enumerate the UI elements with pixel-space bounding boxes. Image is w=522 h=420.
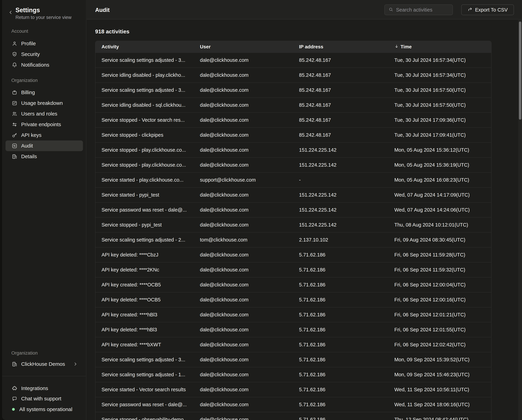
- main-content: Audit Export To CSV 918 activities Activ…: [87, 0, 522, 420]
- cell-user: dale@clickhouse.com: [194, 147, 293, 153]
- cell-ip: 85.242.48.167: [293, 57, 388, 63]
- sidebar-nav-item[interactable]: Details: [6, 151, 83, 162]
- table-row: Service scaling settings adjusted - 3...…: [95, 53, 491, 68]
- table-row: API key deleted: ****hBl3 dale@clickhous…: [95, 322, 491, 337]
- column-header-ip[interactable]: IP address: [293, 44, 388, 50]
- table-row: Service idling disabled - sql.clickhou..…: [95, 97, 491, 112]
- footer-links-group: Integrations Chat with support: [2, 383, 86, 404]
- cell-activity: Service stopped - Vector search res...: [95, 117, 194, 123]
- audit-icon: [12, 143, 17, 149]
- sidebar-item-label: Usage breakdown: [21, 100, 63, 106]
- org-name: ClickHouse Demos: [21, 361, 65, 367]
- puzzle-icon: [12, 386, 17, 391]
- sidebar-nav-item[interactable]: Notifications: [6, 60, 83, 70]
- sidebar-nav-item[interactable]: Security: [6, 49, 83, 60]
- scrollbar-thumb[interactable]: [519, 22, 521, 120]
- cell-activity: Service stopped - play.clickhouse.co...: [95, 147, 194, 153]
- column-header-activity[interactable]: Activity: [95, 44, 194, 50]
- search-box[interactable]: [384, 4, 453, 15]
- system-status[interactable]: All systems operational: [2, 404, 86, 414]
- cell-activity: Service password was reset - dale@...: [95, 207, 194, 213]
- cell-activity: Service started - play.clickhouse.co...: [95, 177, 194, 183]
- table-row: Service stopped - observability-demo dal…: [95, 412, 491, 420]
- table-row: Service scaling settings adjusted - 3...…: [95, 352, 491, 367]
- table-row: API key created: ****hBl3 dale@clickhous…: [95, 307, 491, 322]
- table-row: Service idling disabled - play.clickho..…: [95, 68, 491, 82]
- cell-activity: Service idling disabled - play.clickho..…: [95, 72, 194, 78]
- scrollbar-track[interactable]: [518, 20, 522, 420]
- search-input[interactable]: [396, 7, 448, 13]
- cell-user: dale@clickhouse.com: [194, 222, 293, 228]
- bell-icon: [12, 62, 17, 68]
- cell-time: Wed, 07 Aug 2024 14:24:06(UTC): [388, 207, 491, 213]
- cell-user: dale@clickhouse.com: [194, 282, 293, 288]
- cell-user: dale@clickhouse.com: [194, 342, 293, 348]
- cell-activity: API key deleted: ****OCB5: [95, 297, 194, 303]
- organization-nav-group: Billing Usage breakdown Users and roles …: [2, 87, 86, 162]
- cell-time: Tue, 30 Jul 2024 16:57:50(UTC): [388, 102, 491, 108]
- cell-activity: API key created: ****OCB5: [95, 282, 194, 288]
- cell-activity: Service scaling settings adjusted - 1...: [95, 372, 194, 377]
- cell-time: Thu, 08 Aug 2024 10:12:01(UTC): [388, 222, 491, 228]
- table-row: Service scaling settings adjusted - 2...…: [95, 232, 491, 247]
- sidebar-item-label: Details: [21, 154, 37, 159]
- cell-ip: 5.71.62.186: [293, 387, 388, 392]
- cell-activity: Service scaling settings adjusted - 2...: [95, 237, 194, 243]
- cell-user: dale@clickhouse.com: [194, 252, 293, 258]
- status-dot: [12, 408, 15, 411]
- cell-time: Fri, 09 Aug 2024 08:30:45(UTC): [388, 237, 491, 243]
- sidebar-nav-item[interactable]: Usage breakdown: [6, 98, 83, 109]
- cell-ip: 151.224.225.142: [293, 207, 388, 213]
- sidebar-nav-item[interactable]: API keys: [6, 130, 83, 140]
- cell-activity: Service stopped - pypi_test: [95, 222, 194, 228]
- cell-ip: 151.224.225.142: [293, 222, 388, 228]
- table-row: Service stopped - clickpipes dale@clickh…: [95, 127, 491, 142]
- sort-desc-icon: [394, 44, 399, 50]
- cell-user: dale@clickhouse.com: [194, 57, 293, 63]
- cell-activity: API key deleted: ****hBl3: [95, 327, 194, 333]
- sidebar-nav-item[interactable]: Billing: [6, 87, 83, 98]
- settings-title: Settings: [15, 7, 40, 14]
- table-row: Service scaling settings adjusted - 3...…: [95, 82, 491, 97]
- column-header-user[interactable]: User: [194, 44, 293, 50]
- cell-time: Fri, 06 Sep 2024 12:02:42(UTC): [388, 342, 491, 348]
- cell-user: support@clickhouse.com: [194, 177, 293, 183]
- cell-user: dale@clickhouse.com: [194, 402, 293, 407]
- sidebar-item-label: Chat with support: [21, 396, 61, 402]
- sidebar-nav-item[interactable]: Audit: [6, 140, 83, 151]
- column-header-time-label: Time: [400, 44, 412, 50]
- sidebar-nav-item[interactable]: Users and roles: [6, 109, 83, 119]
- cell-time: Tue, 30 Jul 2024 16:57:34(UTC): [388, 57, 491, 63]
- return-to-service-link[interactable]: Return to your service view: [15, 15, 72, 20]
- cell-activity: Service scaling settings adjusted - 3...: [95, 357, 194, 363]
- cell-user: dale@clickhouse.com: [194, 162, 293, 168]
- account-section-label: Account: [11, 29, 28, 34]
- cell-time: Tue, 30 Jul 2024 16:57:34(UTC): [388, 72, 491, 78]
- sidebar-nav-item[interactable]: Private endpoints: [6, 119, 83, 130]
- sidebar-footer-link[interactable]: Chat with support: [2, 394, 86, 404]
- cell-ip: 5.71.62.186: [293, 282, 388, 288]
- cell-user: dale@clickhouse.com: [194, 387, 293, 392]
- status-label: All systems operational: [19, 406, 72, 412]
- column-header-time[interactable]: Time: [388, 44, 491, 50]
- cell-user: dale@clickhouse.com: [194, 102, 293, 108]
- table-row: Service scaling settings adjusted - 1...…: [95, 367, 491, 382]
- back-button[interactable]: [7, 9, 15, 16]
- cell-activity: Service stopped - clickpipes: [95, 132, 194, 138]
- sidebar-footer-link[interactable]: Integrations: [2, 383, 86, 394]
- cell-ip: 5.71.62.186: [293, 327, 388, 333]
- cell-time: Fri, 06 Sep 2024 11:59:32(UTC): [388, 267, 491, 273]
- sidebar-item-label: Users and roles: [21, 111, 57, 117]
- swap-icon: [12, 122, 17, 127]
- building-icon: [12, 361, 17, 367]
- cell-ip: 85.242.48.167: [293, 132, 388, 138]
- cell-user: dale@clickhouse.com: [194, 417, 293, 420]
- export-csv-button[interactable]: Export To CSV: [461, 4, 514, 15]
- cell-user: dale@clickhouse.com: [194, 267, 293, 273]
- cell-activity: Service scaling settings adjusted - 3...: [95, 87, 194, 93]
- table-row: API key created: ****OCB5 dale@clickhous…: [95, 277, 491, 292]
- sidebar-item-label: Audit: [21, 143, 33, 149]
- export-label: Export To CSV: [475, 7, 508, 13]
- sidebar-nav-item[interactable]: Profile: [6, 38, 83, 49]
- org-switcher[interactable]: ClickHouse Demos: [2, 359, 86, 369]
